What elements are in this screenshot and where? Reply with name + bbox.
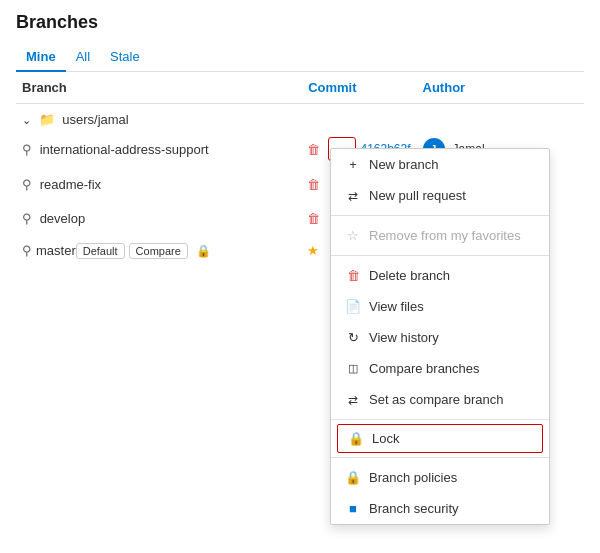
branch-icon: ⚲	[22, 177, 32, 192]
menu-item-lock[interactable]: 🔒 Lock	[337, 424, 543, 453]
menu-divider	[331, 255, 549, 256]
group-name: users/jamal	[62, 112, 128, 127]
menu-item-set-compare-branch[interactable]: ⇄ Set as compare branch	[331, 384, 549, 415]
branch-name: master	[36, 243, 76, 258]
col-branch: Branch	[16, 72, 297, 104]
policy-icon: 🔒	[345, 470, 361, 485]
compare-icon: ◫	[345, 362, 361, 375]
menu-label: View history	[369, 330, 439, 345]
menu-item-new-branch[interactable]: + New branch	[331, 149, 549, 180]
branch-icon: ⚲	[22, 142, 32, 157]
page-container: Branches Mine All Stale Branch Commit Au…	[0, 0, 600, 278]
branch-name: international-address-support	[40, 142, 209, 157]
menu-label: Branch security	[369, 501, 459, 516]
lock-icon: 🔒	[348, 431, 364, 446]
trash-icon: 🗑	[345, 268, 361, 283]
menu-label: Lock	[372, 431, 399, 446]
plus-icon: +	[345, 157, 361, 172]
lock-icon[interactable]: 🔒	[196, 244, 211, 258]
branch-name-cell: ⚲ international-address-support	[16, 131, 297, 167]
menu-label: Compare branches	[369, 361, 480, 376]
folder-icon: 📁	[39, 112, 55, 127]
chevron-icon[interactable]: ⌄	[22, 114, 31, 126]
col-author: Author	[417, 72, 584, 104]
menu-divider	[331, 215, 549, 216]
tab-mine[interactable]: Mine	[16, 43, 66, 72]
default-badge: Default	[76, 243, 125, 259]
delete-icon[interactable]: 🗑	[303, 209, 324, 228]
tabs-bar: Mine All Stale	[16, 43, 584, 72]
group-users-jamal: ⌄ 📁 users/jamal	[16, 104, 584, 132]
menu-divider	[331, 419, 549, 420]
col-commit: Commit	[297, 72, 416, 104]
menu-label: Remove from my favorites	[369, 228, 521, 243]
set-compare-icon: ⇄	[345, 393, 361, 407]
menu-label: New pull request	[369, 188, 466, 203]
branch-icon: ⚲	[22, 211, 32, 226]
file-icon: 📄	[345, 299, 361, 314]
menu-label: New branch	[369, 157, 438, 172]
star-outline-icon: ☆	[345, 228, 361, 243]
menu-item-view-history[interactable]: ↻ View history	[331, 322, 549, 353]
menu-label: View files	[369, 299, 424, 314]
compare-badge: Compare	[129, 243, 188, 259]
menu-item-delete-branch[interactable]: 🗑 Delete branch	[331, 260, 549, 291]
star-icon[interactable]: ★	[303, 241, 323, 260]
delete-icon[interactable]: 🗑	[303, 140, 324, 159]
branch-name-cell: ⚲ master Default Compare 🔒	[16, 235, 297, 266]
menu-label: Delete branch	[369, 268, 450, 283]
branch-name: develop	[40, 211, 86, 226]
tab-all[interactable]: All	[66, 43, 100, 72]
branch-name-cell: ⚲ readme-fix	[16, 167, 297, 201]
shield-icon: ■	[345, 501, 361, 516]
menu-divider	[331, 457, 549, 458]
branch-name: readme-fix	[40, 177, 101, 192]
menu-item-new-pull-request[interactable]: ⇄ New pull request	[331, 180, 549, 211]
menu-item-compare-branches[interactable]: ◫ Compare branches	[331, 353, 549, 384]
menu-label: Set as compare branch	[369, 392, 503, 407]
pull-request-icon: ⇄	[345, 189, 361, 203]
history-icon: ↻	[345, 330, 361, 345]
delete-icon[interactable]: 🗑	[303, 175, 324, 194]
menu-item-remove-favorites: ☆ Remove from my favorites	[331, 220, 549, 251]
menu-label: Branch policies	[369, 470, 457, 485]
context-menu: + New branch ⇄ New pull request ☆ Remove…	[330, 148, 550, 525]
page-title: Branches	[16, 12, 584, 33]
menu-item-branch-policies[interactable]: 🔒 Branch policies	[331, 462, 549, 493]
tab-stale[interactable]: Stale	[100, 43, 150, 72]
branch-name-cell: ⚲ develop	[16, 201, 297, 235]
menu-item-view-files[interactable]: 📄 View files	[331, 291, 549, 322]
branch-icon: ⚲	[22, 243, 32, 258]
menu-item-branch-security[interactable]: ■ Branch security	[331, 493, 549, 524]
